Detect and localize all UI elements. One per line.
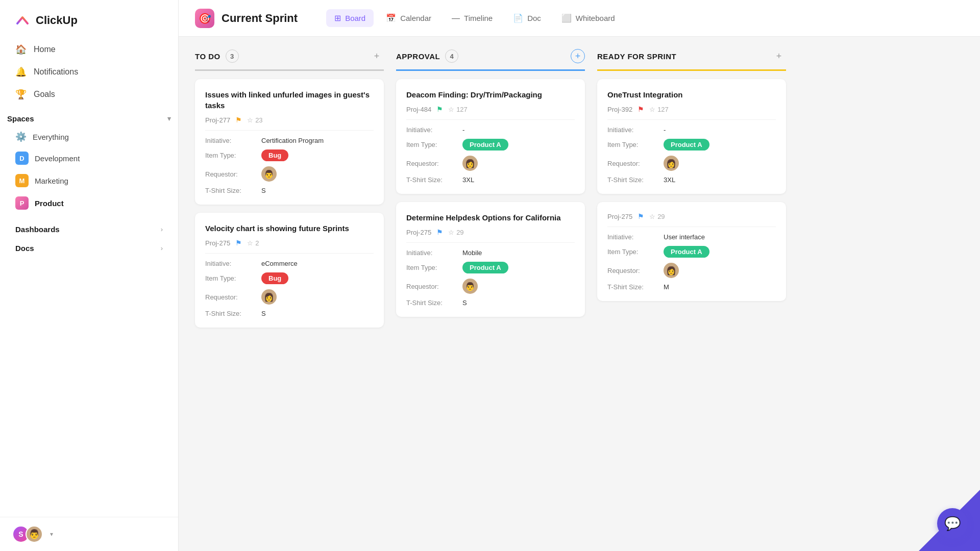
card-484-flag-icon: ⚑ bbox=[436, 105, 443, 113]
sidebar-item-product[interactable]: P Product bbox=[8, 192, 170, 214]
timeline-icon: — bbox=[452, 14, 460, 23]
header-title-area: 🎯 Current Sprint bbox=[195, 9, 298, 28]
sidebar-user-area: S 👨 ▾ bbox=[0, 517, 178, 551]
sidebar-item-notifications[interactable]: 🔔 Notifications bbox=[8, 61, 170, 83]
sidebar-item-everything[interactable]: ⚙️ Everything bbox=[8, 127, 170, 146]
header: 🎯 Current Sprint ⊞ Board 📅 Calendar — Ti… bbox=[179, 0, 980, 37]
card-392-requestor: Requestor: 👩 bbox=[607, 156, 776, 171]
card-484-badge: Product A bbox=[462, 139, 508, 151]
column-approval-add-button[interactable]: + bbox=[571, 49, 585, 63]
tab-doc[interactable]: 📄 Doc bbox=[505, 9, 549, 27]
card-392-avatar: 👩 bbox=[664, 156, 679, 171]
header-tabs: ⊞ Board 📅 Calendar — Timeline 📄 Doc ⬜ Wh… bbox=[326, 9, 623, 27]
whiteboard-icon: ⬜ bbox=[561, 13, 572, 23]
column-approval-header: APPROVAL 4 + bbox=[396, 49, 585, 71]
board-area: TO DO 3 + Issues with linked unfurled im… bbox=[179, 37, 980, 551]
column-todo-add-button[interactable]: + bbox=[370, 49, 384, 63]
card-484-proj-id: Proj-484 bbox=[406, 106, 431, 113]
star-icon: ☆ bbox=[649, 213, 655, 220]
sidebar-nav: 🏠 Home 🔔 Notifications 🏆 Goals bbox=[0, 39, 178, 106]
card-275a-flag-icon: ⚑ bbox=[235, 239, 242, 247]
sidebar-item-goals[interactable]: 🏆 Goals bbox=[8, 84, 170, 105]
column-ready-add-button[interactable]: + bbox=[772, 49, 786, 63]
card-392-initiative-value: - bbox=[664, 126, 666, 134]
tab-whiteboard-label: Whiteboard bbox=[576, 14, 615, 22]
card-277: Issues with linked unfurled images in gu… bbox=[195, 79, 384, 205]
tab-calendar-label: Calendar bbox=[400, 14, 431, 22]
tab-timeline[interactable]: — Timeline bbox=[444, 10, 501, 27]
card-277-itemtype: Item Type: Bug bbox=[205, 149, 374, 161]
card-277-requestor: Requestor: 👨 bbox=[205, 166, 374, 182]
card-275b-tshirt: T-Shirt Size: S bbox=[406, 299, 575, 307]
sidebar-item-development[interactable]: D Development bbox=[8, 147, 170, 169]
app-name: ClickUp bbox=[36, 14, 78, 27]
star-icon: ☆ bbox=[649, 106, 655, 113]
card-277-score: ☆ 23 bbox=[247, 116, 262, 124]
card-484-title: Deacom Finding: Dry/Trim/Packaging bbox=[406, 89, 575, 100]
card-392-meta: Proj-392 ⚑ ☆ 127 bbox=[607, 105, 776, 113]
card-484-tshirt: T-Shirt Size: 3XL bbox=[406, 176, 575, 184]
card-392: OneTrust Integration Proj-392 ⚑ ☆ 127 In… bbox=[597, 79, 786, 194]
sidebar-item-home[interactable]: 🏠 Home bbox=[8, 39, 170, 60]
requestor-label: Requestor: bbox=[607, 267, 664, 274]
product-label: Product bbox=[35, 199, 64, 208]
card-275a-avatar: 👩 bbox=[261, 289, 277, 305]
docs-chevron-icon: › bbox=[161, 244, 163, 252]
tab-whiteboard[interactable]: ⬜ Whiteboard bbox=[553, 9, 623, 27]
spaces-label: Spaces bbox=[7, 114, 34, 123]
column-approval-count: 4 bbox=[445, 49, 458, 63]
tab-board-label: Board bbox=[345, 14, 365, 22]
chat-fab-button[interactable]: 💬 bbox=[937, 508, 968, 539]
card-392-title: OneTrust Integration bbox=[607, 89, 776, 100]
initiative-label: Initiative: bbox=[607, 126, 664, 134]
card-392-flag-icon: ⚑ bbox=[638, 105, 644, 113]
requestor-label: Requestor: bbox=[406, 160, 462, 167]
column-ready: READY FOR SPRINT + OneTrust Integration … bbox=[597, 49, 786, 301]
everything-label: Everything bbox=[33, 133, 69, 141]
column-approval-title-group: APPROVAL 4 bbox=[396, 49, 458, 63]
card-275c-initiative: Initiative: User interface bbox=[607, 233, 776, 241]
card-275a-proj-id: Proj-275 bbox=[205, 239, 230, 247]
tab-board[interactable]: ⊞ Board bbox=[326, 9, 374, 27]
itemtype-label: Item Type: bbox=[205, 152, 261, 159]
sidebar-item-marketing[interactable]: M Marketing bbox=[8, 170, 170, 191]
bell-icon: 🔔 bbox=[15, 66, 27, 78]
card-275b-initiative: Initiative: Mobile bbox=[406, 249, 575, 257]
tab-doc-label: Doc bbox=[527, 14, 541, 22]
column-approval-title: APPROVAL bbox=[396, 52, 440, 61]
card-392-badge: Product A bbox=[664, 139, 709, 151]
tab-calendar[interactable]: 📅 Calendar bbox=[378, 9, 439, 27]
card-275c-meta: Proj-275 ⚑ ☆ 29 bbox=[607, 212, 776, 220]
sprint-icon: 🎯 bbox=[195, 9, 214, 28]
column-ready-header: READY FOR SPRINT + bbox=[597, 49, 786, 71]
divider bbox=[607, 227, 776, 227]
sidebar-item-docs[interactable]: Docs › bbox=[8, 239, 170, 258]
sidebar-item-dashboards[interactable]: Dashboards › bbox=[8, 220, 170, 239]
column-todo-count: 3 bbox=[226, 49, 239, 63]
card-275a-initiative-value: eCommerce bbox=[261, 260, 298, 267]
card-392-score: ☆ 127 bbox=[649, 106, 669, 113]
card-275a-tshirt-value: S bbox=[261, 310, 266, 317]
everything-icon: ⚙️ bbox=[15, 131, 27, 142]
clickup-logo-icon bbox=[14, 12, 31, 29]
card-275a-itemtype: Item Type: Bug bbox=[205, 272, 374, 284]
docs-label: Docs bbox=[15, 244, 34, 253]
column-todo: TO DO 3 + Issues with linked unfurled im… bbox=[195, 49, 384, 328]
board-icon: ⊞ bbox=[334, 13, 341, 23]
column-approval: APPROVAL 4 + Deacom Finding: Dry/Trim/Pa… bbox=[396, 49, 585, 317]
card-275c-tshirt-value: M bbox=[664, 283, 669, 291]
divider bbox=[406, 119, 575, 120]
column-todo-title-group: TO DO 3 bbox=[195, 49, 239, 63]
trophy-icon: 🏆 bbox=[15, 89, 27, 100]
spaces-section-header[interactable]: Spaces ▾ bbox=[0, 106, 178, 127]
card-392-proj-id: Proj-392 bbox=[607, 106, 632, 113]
divider bbox=[205, 253, 374, 254]
column-ready-title: READY FOR SPRINT bbox=[597, 52, 676, 61]
card-484: Deacom Finding: Dry/Trim/Packaging Proj-… bbox=[396, 79, 585, 194]
star-icon: ☆ bbox=[247, 116, 253, 124]
user-dropdown-icon[interactable]: ▾ bbox=[50, 531, 53, 538]
dashboards-chevron-icon: › bbox=[161, 226, 163, 233]
divider bbox=[607, 119, 776, 120]
sidebar-bottom-sections: Dashboards › Docs › bbox=[0, 220, 178, 258]
star-icon: ☆ bbox=[247, 239, 253, 247]
